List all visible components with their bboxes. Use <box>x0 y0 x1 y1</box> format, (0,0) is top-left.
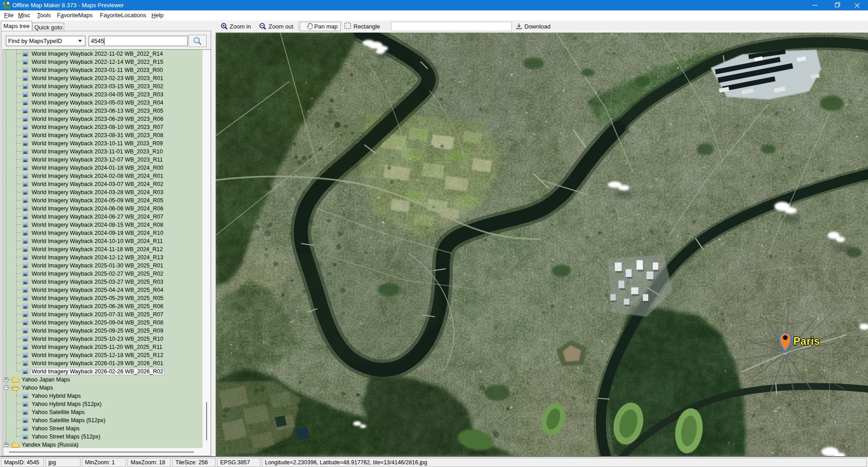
svg-text:Paris: Paris <box>793 335 820 347</box>
